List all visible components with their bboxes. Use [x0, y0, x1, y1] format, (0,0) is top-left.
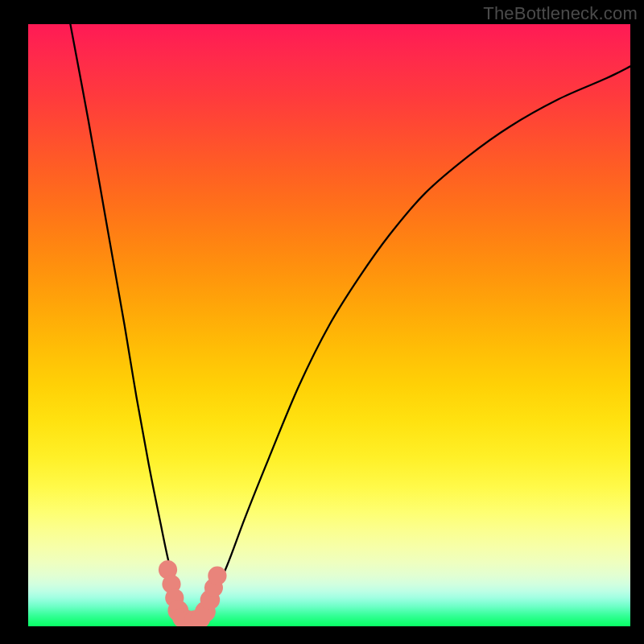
- curve-layer: [28, 24, 630, 626]
- bottleneck-curve: [70, 24, 630, 621]
- data-marker: [200, 590, 221, 610]
- chart-frame: TheBottleneck.com: [0, 0, 644, 644]
- data-marker: [179, 610, 199, 626]
- data-marker: [172, 608, 192, 626]
- plot-area: [28, 24, 630, 626]
- data-marker: [184, 610, 204, 626]
- marker-group: [159, 560, 227, 626]
- data-marker: [167, 601, 188, 621]
- data-marker: [195, 601, 216, 622]
- data-marker: [162, 575, 180, 593]
- data-marker: [165, 588, 184, 607]
- data-marker: [191, 609, 211, 626]
- data-marker: [159, 560, 177, 579]
- watermark-text: TheBottleneck.com: [483, 3, 638, 24]
- data-marker: [204, 579, 223, 597]
- data-marker: [208, 567, 226, 585]
